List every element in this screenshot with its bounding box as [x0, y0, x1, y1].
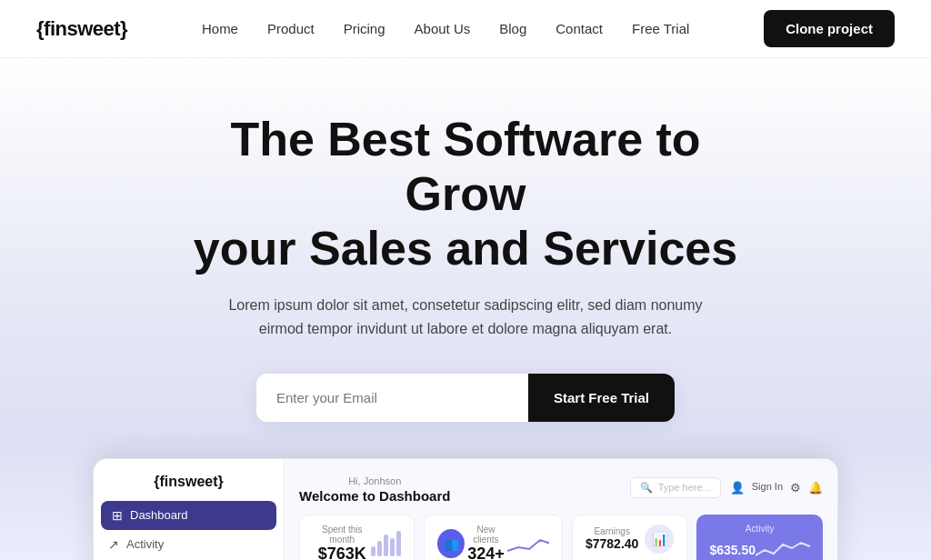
- hero-section: The Best Software to Grow your Sales and…: [0, 58, 931, 560]
- sidebar-item-activity[interactable]: ↗ Activity: [94, 530, 284, 559]
- start-trial-button[interactable]: Start Free Trial: [528, 374, 675, 422]
- nav-logo: {finsweet}: [36, 17, 127, 41]
- bar-1: [371, 546, 375, 556]
- bell-icon[interactable]: 🔔: [808, 481, 823, 495]
- cta-form: Start Free Trial: [256, 374, 675, 422]
- dashboard-icon: ⊞: [112, 508, 123, 523]
- search-icon: 🔍: [640, 482, 653, 494]
- card-row: Spent this month $763K: [313, 525, 401, 560]
- nav-free-trial[interactable]: Free Trial: [632, 21, 689, 36]
- card-row-activity: $635.50: [709, 537, 810, 560]
- card-value-activity: $635.50: [709, 543, 756, 557]
- stats-cards: Spent this month $763K: [299, 515, 823, 560]
- bar-2: [377, 541, 382, 556]
- sidebar-label-activity: Activity: [126, 537, 164, 551]
- nav-links: Home Product Pricing About Us Blog Conta…: [202, 21, 689, 37]
- nav-pricing[interactable]: Pricing: [344, 21, 385, 36]
- dashboard-logo: {finsweet}: [94, 474, 284, 501]
- nav-about[interactable]: About Us: [415, 21, 471, 36]
- dashboard-header: Hi, Jonhson Welcome to Dashboard 🔍 Type …: [299, 472, 823, 504]
- card-label-earnings: Earnings: [586, 526, 638, 536]
- hero-heading: The Best Software to Grow your Sales and…: [184, 113, 747, 275]
- search-placeholder-text: Type here...: [658, 482, 711, 493]
- bar-5: [396, 531, 401, 556]
- gear-icon[interactable]: ⚙: [790, 481, 801, 495]
- nav-blog[interactable]: Blog: [499, 21, 526, 36]
- dashboard-search[interactable]: 🔍 Type here...: [630, 477, 721, 498]
- card-value-spent: $763K: [313, 545, 371, 560]
- clone-button[interactable]: Clone project: [764, 10, 895, 47]
- stat-card-clients: 👥 New clients 324+: [424, 515, 563, 560]
- nav-home[interactable]: Home: [202, 21, 238, 36]
- person-icon: 👤: [730, 481, 745, 495]
- line-chart-clients: [507, 531, 549, 556]
- dashboard-sidebar: {finsweet} ⊞ Dashboard ↗ Activity ☰ Libr…: [94, 459, 285, 560]
- bar-chart-spent: [371, 531, 401, 556]
- dashboard-preview-wrapper: {finsweet} ⊞ Dashboard ↗ Activity ☰ Libr…: [36, 458, 895, 560]
- email-input[interactable]: [256, 374, 528, 422]
- stat-card-spent: Spent this month $763K: [299, 515, 415, 560]
- card-value-earnings: $7782.40: [586, 536, 638, 551]
- sidebar-item-dashboard[interactable]: ⊞ Dashboard: [101, 501, 276, 530]
- navbar: {finsweet} Home Product Pricing About Us…: [0, 0, 931, 58]
- hero-subtext: Lorem ipsum dolor sit amet, consetetur s…: [206, 294, 725, 340]
- dashboard-actions: 👤 Sign In ⚙ 🔔: [730, 481, 823, 495]
- greeting-name: Hi, Jonhson: [348, 475, 401, 486]
- card-label-activity: Activity: [709, 524, 810, 534]
- dashboard-header-right: 🔍 Type here... 👤 Sign In ⚙ 🔔: [630, 477, 823, 498]
- stat-card-earnings: Earnings $7782.40 📊: [572, 515, 687, 560]
- dashboard-preview: {finsweet} ⊞ Dashboard ↗ Activity ☰ Libr…: [93, 458, 838, 560]
- greeting-title: Welcome to Dashboard: [299, 488, 450, 504]
- stat-card-activity: Activity $635.50: [696, 515, 823, 560]
- activity-icon: ↗: [108, 537, 119, 552]
- clients-icon: 👥: [437, 529, 464, 558]
- nav-product[interactable]: Product: [267, 21, 315, 36]
- line-chart-activity: [756, 537, 810, 560]
- dashboard-main: Hi, Jonhson Welcome to Dashboard 🔍 Type …: [285, 459, 837, 560]
- bar-3: [384, 535, 388, 556]
- sign-in-text[interactable]: Sign In: [752, 481, 783, 495]
- sidebar-label-dashboard: Dashboard: [130, 508, 188, 522]
- nav-contact[interactable]: Contact: [556, 21, 603, 36]
- card-row-earnings: Earnings $7782.40 📊: [586, 525, 674, 554]
- bar-4: [390, 538, 395, 556]
- card-row-clients: 👥 New clients 324+: [437, 525, 549, 560]
- card-value-clients: 324+: [465, 545, 507, 560]
- dashboard-greeting: Hi, Jonhson Welcome to Dashboard: [299, 472, 450, 504]
- card-label-spent: Spent this month: [313, 525, 371, 545]
- earnings-icon: 📊: [645, 525, 674, 554]
- card-label-clients: New clients: [465, 525, 507, 545]
